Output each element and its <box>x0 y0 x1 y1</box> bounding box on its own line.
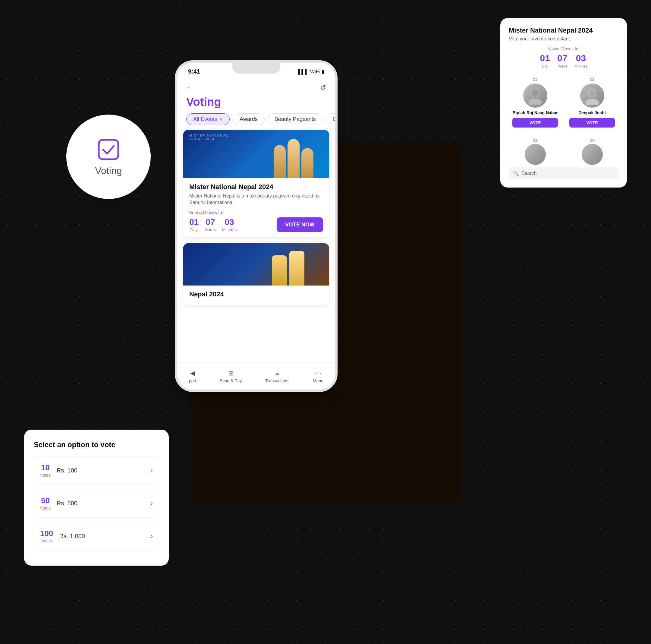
tab-other[interactable]: Other <box>326 113 335 125</box>
detail-hours: 07 Hours <box>557 53 567 69</box>
countdown-1: 01 Day 07 Hours 03 Minutes <box>189 217 237 233</box>
contestant-name-1: Biplab Raj Naag Nahar <box>513 110 558 116</box>
voting-checkbox-icon <box>96 137 121 162</box>
event-info-1: Mister National Nepal 2024 Mister Nation… <box>183 178 329 237</box>
menu-label: Menu <box>313 378 323 383</box>
wifi-icon: WiFi <box>310 69 320 74</box>
contestant-card-3: 03 <box>509 136 561 167</box>
event-card-1: MISTER NATIONALNEPAL 2024 Mister Nationa… <box>183 130 329 237</box>
detail-hours-num: 07 <box>557 53 567 63</box>
detail-search-bar[interactable]: 🔍 <box>509 167 618 179</box>
minutes-label-1: Minutes <box>222 227 237 232</box>
close-icon[interactable]: ✕ <box>219 117 223 122</box>
vote-option-50[interactable]: 50 Votes Rs. 500 › <box>34 489 159 518</box>
contestant-num-1: 01 <box>513 77 558 82</box>
svg-rect-0 <box>99 140 118 159</box>
vote-option-50-left: 50 Votes Rs. 500 <box>40 496 78 511</box>
menu-icon: ⋯ <box>315 369 321 377</box>
nav-item-transactions[interactable]: ≡ Transactions <box>265 369 289 383</box>
filter-tabs: All Events ✕ Awards Beauty Pageants Othe… <box>177 113 335 130</box>
transactions-label: Transactions <box>265 378 289 383</box>
voting-page-title: Voting <box>177 96 335 113</box>
tab-awards-label: Awards <box>240 116 258 122</box>
back-button[interactable]: ← <box>186 83 195 93</box>
tab-all-events[interactable]: All Events ✕ <box>186 113 230 125</box>
days-num-1: 01 <box>189 217 198 227</box>
nav-item-port[interactable]: ◀ port <box>189 369 196 383</box>
contestant-avatar-2 <box>580 84 604 108</box>
chevron-icon-10: › <box>151 467 153 474</box>
nav-item-menu[interactable]: ⋯ Menu <box>313 369 323 383</box>
svg-point-6 <box>589 90 596 97</box>
phone-time: 9:41 <box>188 68 200 75</box>
avatar-placeholder-2 <box>580 84 604 108</box>
phone-notch <box>232 63 280 73</box>
minutes-num-1: 03 <box>222 217 237 227</box>
contestant-card-1: 01 Biplab Raj Naag Nahar VOTE <box>509 73 561 131</box>
detail-days-num: 01 <box>540 53 550 63</box>
svg-point-5 <box>586 99 599 104</box>
detail-countdown-row: 01 Day 07 Hours 03 Minutes <box>509 53 618 69</box>
detail-minutes: 03 Minutes <box>575 53 587 69</box>
countdown-vote-row-1: 01 Day 07 Hours 03 Minutes VOTE NOW <box>189 217 323 233</box>
detail-hours-label: Hours <box>558 64 567 68</box>
contestant-vote-btn-2[interactable]: VOTE <box>569 118 615 127</box>
contestant-vote-btn-1[interactable]: VOTE <box>513 118 558 127</box>
detail-minutes-label: Minutes <box>575 64 587 68</box>
contestant-num-3: 03 <box>511 139 559 143</box>
phone-mockup: 9:41 ▌▌▌ WiFi ▮ ← ↺ Voting All Events ✕ … <box>175 60 338 392</box>
phone-header: ← ↺ <box>177 78 335 96</box>
chevron-icon-50: › <box>151 499 153 508</box>
contestant-name-2: Deepak Joshi <box>569 110 615 116</box>
vote-now-button-1[interactable]: VOTE NOW <box>277 217 323 232</box>
transactions-icon: ≡ <box>276 369 279 377</box>
tab-beauty-pageants[interactable]: Beauty Pageants <box>268 113 323 125</box>
vote-option-100[interactable]: 100 Votes Rs. 1,000 › <box>34 522 159 551</box>
contestant-num-4: 04 <box>568 139 616 143</box>
contestants-bottom: 03 04 <box>509 136 618 167</box>
vote-price-10: Rs. 100 <box>57 467 78 474</box>
scan-pay-icon: ⊞ <box>228 369 234 377</box>
signal-icon: ▌▌▌ <box>298 69 308 74</box>
vote-option-10-left: 10 Votes Rs. 100 <box>40 463 78 478</box>
contestant-avatar-3 <box>525 144 546 165</box>
event-info-2: Nepal 2024 <box>183 285 329 305</box>
vote-label-50: Votes <box>40 505 51 511</box>
port-icon: ◀ <box>190 369 195 377</box>
voting-icon-circle: Voting <box>66 115 151 199</box>
voting-icon-label: Voting <box>95 165 122 176</box>
avatar-placeholder-1 <box>523 84 547 108</box>
contestant-num-2: 02 <box>569 77 615 82</box>
tab-awards[interactable]: Awards <box>233 113 265 125</box>
vote-count-50: 50 Votes <box>40 496 51 511</box>
history-button[interactable]: ↺ <box>320 84 326 92</box>
phone-content: 9:41 ▌▌▌ WiFi ▮ ← ↺ Voting All Events ✕ … <box>177 63 335 390</box>
voting-closes-label-1: Voting Closes In: <box>189 210 323 215</box>
contestant-avatar-4 <box>582 144 603 165</box>
days-label-1: Day <box>190 227 198 232</box>
hours-num-1: 07 <box>205 217 216 227</box>
vote-num-10: 10 <box>40 463 51 472</box>
vote-price-50: Rs. 500 <box>57 500 78 507</box>
detail-subtitle: Vote your favorite contestant. <box>509 36 618 41</box>
tab-beauty-pageants-label: Beauty Pageants <box>275 116 316 122</box>
bottom-navigation: ◀ port ⊞ Scan & Pay ≡ Transactions ⋯ Men… <box>177 362 335 390</box>
event-card-2: Nepal 2024 <box>183 243 329 305</box>
event-banner-1: MISTER NATIONALNEPAL 2024 <box>183 130 329 178</box>
detail-title: Mister National Nepal 2024 <box>509 27 618 34</box>
search-icon: 🔍 <box>513 170 519 176</box>
vote-option-100-left: 100 Votes Rs. 1,000 <box>40 529 85 544</box>
vote-price-100: Rs. 1,000 <box>59 533 85 540</box>
countdown-days-1: 01 Day <box>189 217 198 233</box>
event-banner-2 <box>183 243 329 285</box>
vote-popup-title: Select an option to vote <box>34 440 159 449</box>
tab-all-events-label: All Events <box>193 116 217 122</box>
hours-label-1: Hours <box>205 227 216 232</box>
search-input[interactable] <box>521 171 582 176</box>
svg-point-3 <box>532 90 539 97</box>
svg-point-2 <box>529 99 542 104</box>
event-name-2: Nepal 2024 <box>189 290 323 298</box>
vote-option-10[interactable]: 10 Votes Rs. 100 › <box>34 456 159 485</box>
nav-item-scan-pay[interactable]: ⊞ Scan & Pay <box>220 369 242 383</box>
battery-icon: ▮ <box>321 69 324 74</box>
